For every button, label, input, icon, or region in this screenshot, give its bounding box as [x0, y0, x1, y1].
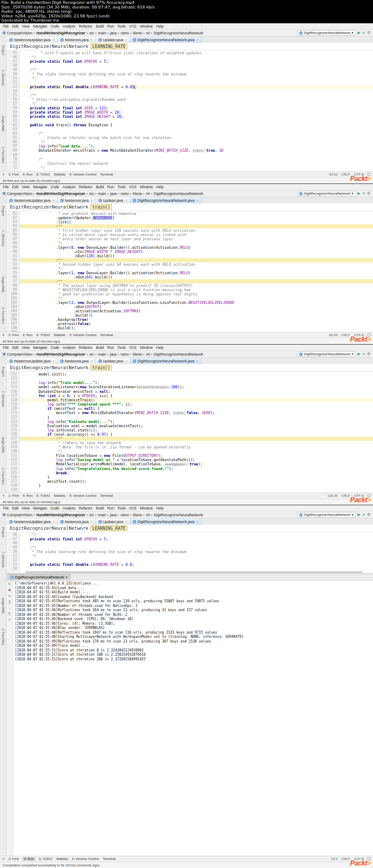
tool-button-4-run[interactable]: 4: Run	[22, 494, 33, 498]
pause-output-icon[interactable]: ∥	[8, 600, 11, 604]
menu-item-navigate[interactable]: Navigate	[31, 506, 49, 510]
tool-window-button-singlejaml[interactable]: singleJAML	[1, 437, 5, 453]
nav-class-name[interactable]: DigitRecognizerNeuralNetwork	[10, 204, 88, 210]
close-icon[interactable]: ×	[196, 198, 199, 202]
tool-button-2-find[interactable]: 2: Find	[8, 857, 19, 861]
breadcrumb-item-java[interactable]: java	[110, 192, 117, 196]
tool-button-statistic[interactable]: Statistic	[53, 494, 65, 498]
tool-window-button-7-structure[interactable]: 7: Structure	[1, 230, 5, 247]
tool-button-6-todo[interactable]: 6: TODO	[36, 333, 50, 337]
menu-item-tools[interactable]: Tools	[115, 345, 127, 350]
menu-item-vcs[interactable]: VCS	[127, 185, 138, 189]
menu-item-code[interactable]: Code	[49, 185, 61, 189]
tab-digitrecognizerneuralnetwork-java[interactable]: CDigitRecognizerNeuralNetwork.java×	[130, 358, 202, 364]
menu-item-help[interactable]: Help	[154, 24, 165, 28]
nav-member-chip[interactable]: LEARNING_RATE	[90, 526, 127, 531]
breadcrumb-item-src[interactable]: src	[89, 192, 94, 196]
breadcrumb-item-digitrecognizerneuralnetwork[interactable]: DigitRecognizerNeuralNetwork	[154, 192, 203, 196]
menu-item-window[interactable]: Window	[138, 185, 154, 189]
menu-item-view[interactable]: View	[20, 24, 31, 28]
menu-item-vcs[interactable]: VCS	[127, 506, 138, 510]
tool-window-button-project[interactable]: Project	[1, 367, 5, 376]
breadcrumb-item-ml[interactable]: ml	[146, 513, 150, 517]
tool-button-9-version-control[interactable]: 9: Version Control	[72, 857, 99, 861]
settings-icon[interactable]: ⚙	[367, 351, 370, 357]
close-icon[interactable]: ×	[125, 520, 127, 523]
tab-nesterovsupdater-java[interactable]: CNesterovsUpdater.java×	[7, 358, 58, 364]
breadcrumb-item-klevis[interactable]: klevis	[133, 31, 142, 35]
code-editor[interactable]: 46 */47 private static final int EPOCHS …	[6, 532, 373, 573]
menu-item-refactor[interactable]: Refactor	[77, 506, 94, 510]
caret-position[interactable]: 53:53	[329, 172, 337, 176]
menu-item-edit[interactable]: Edit	[11, 185, 20, 189]
menu-item-tools[interactable]: Tools	[115, 506, 127, 510]
breadcrumb-item-ml[interactable]: ml	[146, 31, 150, 35]
tab-updater-java[interactable]: CUpdater.java×	[96, 358, 130, 364]
tool-button-terminal[interactable]: Terminal	[103, 857, 115, 861]
stop-button[interactable]: ■	[362, 191, 365, 196]
menu-item-view[interactable]: View	[20, 506, 31, 510]
menu-item-help[interactable]: Help	[154, 506, 165, 510]
tab-nesterovs-java[interactable]: CNesterovs.java×	[58, 518, 96, 525]
menu-item-navigate[interactable]: Navigate	[31, 24, 49, 28]
breadcrumb-item-handwrittendigitrecognizer[interactable]: HandWrittenDigitRecognizer	[36, 352, 85, 356]
tool-button-6-todo[interactable]: 6: TODO	[39, 857, 53, 861]
stop-button[interactable]: ■	[362, 351, 365, 357]
close-icon[interactable]: ×	[53, 359, 55, 363]
code-editor[interactable]: 81 * use gradient descent with momentum8…	[6, 211, 373, 332]
tab-nesterovsupdater-java[interactable]: CNesterovsUpdater.java×	[7, 518, 58, 525]
menu-item-file[interactable]: File	[1, 24, 11, 28]
close-icon[interactable]: ×	[91, 38, 93, 42]
close-icon[interactable]: ×	[53, 38, 55, 42]
run-tab[interactable]: CDigitRecognizerNeuralNetwork×	[7, 574, 70, 580]
tool-window-button-7-structure[interactable]: 7: Structure	[1, 391, 5, 407]
menu-item-view[interactable]: View	[20, 185, 31, 189]
caret-position[interactable]: 82:39	[329, 333, 337, 337]
tab-nesterovs-java[interactable]: CNesterovs.java×	[58, 36, 96, 43]
menu-item-code[interactable]: Code	[49, 506, 61, 510]
breadcrumb-item-ramo[interactable]: ramo	[121, 31, 129, 35]
close-icon[interactable]: ×	[65, 575, 67, 579]
run-config-selector[interactable]: CDigitRecognizerNeuralNetwork▾	[297, 30, 355, 36]
close-icon[interactable]: ×	[125, 38, 127, 42]
breadcrumb-item-handwrittendigitrecognizer[interactable]: HandWrittenDigitRecognizer	[36, 192, 85, 196]
rerun-icon[interactable]: ↻	[8, 582, 11, 586]
code-editor[interactable]: 112 model.init();113114 log.info("Train …	[6, 372, 373, 492]
tool-button-9-version-control[interactable]: 9: Version Control	[69, 172, 96, 176]
run-config-selector[interactable]: CDigitRecognizerNeuralNetwork▾	[297, 351, 355, 357]
tool-button-terminal[interactable]: Terminal	[100, 333, 113, 337]
menu-item-view[interactable]: View	[20, 345, 31, 350]
breadcrumb-item-klevis[interactable]: klevis	[133, 192, 142, 196]
tool-window-button-2-favorites[interactable]: 2: Favorites	[1, 629, 5, 645]
close-icon[interactable]: ×	[125, 198, 127, 202]
breadcrumb-item-klevis[interactable]: klevis	[133, 513, 142, 517]
tool-button-2-find[interactable]: 2: Find	[8, 172, 19, 176]
tool-button-statistic[interactable]: Statistic	[53, 333, 65, 337]
menu-item-vcs[interactable]: VCS	[127, 345, 138, 350]
menu-item-build[interactable]: Build	[94, 345, 106, 350]
menu-item-edit[interactable]: Edit	[11, 506, 20, 510]
menu-item-edit[interactable]: Edit	[11, 24, 20, 28]
tab-updater-java[interactable]: CUpdater.java×	[96, 518, 130, 525]
nav-member-chip[interactable]: train()	[90, 204, 112, 210]
nav-member-chip[interactable]: LEARNING_RATE	[90, 44, 127, 49]
breadcrumb-item-main[interactable]: main	[98, 352, 106, 356]
close-icon[interactable]: ×	[53, 198, 55, 202]
menu-item-run[interactable]: Run	[106, 345, 116, 350]
stop-button[interactable]: ■	[362, 30, 365, 36]
tool-button-6-todo[interactable]: 6: TODO	[36, 494, 50, 498]
console-output[interactable]: C:\devSoftwares\jdk1.8.0_131\bin\java ..…	[13, 581, 373, 856]
close-icon[interactable]: ×	[91, 520, 93, 523]
tool-window-button-2-favorites[interactable]: 2: Favorites	[1, 307, 5, 324]
tool-window-button-singlejaml[interactable]: singleJAML	[1, 598, 5, 614]
breadcrumb-item-src[interactable]: src	[89, 31, 94, 35]
menu-item-file[interactable]: File	[1, 345, 11, 350]
tab-nesterovsupdater-java[interactable]: CNesterovsUpdater.java×	[7, 197, 58, 203]
tool-button-statistic[interactable]: Statistic	[56, 857, 68, 861]
breadcrumb-item-ramo[interactable]: ramo	[121, 192, 129, 196]
breadcrumb-item-ramo[interactable]: ramo	[121, 352, 129, 356]
tool-window-button-project[interactable]: Project	[1, 206, 5, 216]
run-config-selector[interactable]: CDigitRecognizerNeuralNetwork▾	[297, 512, 355, 517]
close-icon[interactable]: ×	[53, 520, 55, 523]
code-editor[interactable]: 45 * with 5 epochs we will have 5*(train…	[6, 50, 373, 171]
